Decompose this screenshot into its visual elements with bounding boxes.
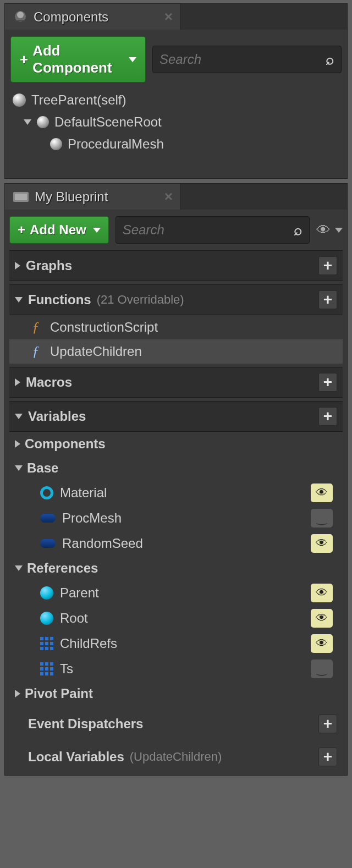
visibility-toggle[interactable]: ‿: [311, 660, 333, 678]
blueprint-search[interactable]: ⌕: [116, 216, 310, 244]
section-label: Macros: [26, 375, 72, 390]
add-event-dispatcher-button[interactable]: +: [318, 715, 337, 733]
components-panel: Components × + Add Component ⌕ TreeParen…: [4, 3, 348, 179]
section-label: Graphs: [26, 258, 72, 273]
add-function-button[interactable]: +: [318, 290, 337, 309]
add-graph-button[interactable]: +: [318, 256, 337, 275]
function-label: ConstructionScript: [50, 320, 158, 335]
eye-closed-icon: ‿: [317, 511, 327, 525]
expand-icon[interactable]: [15, 440, 20, 448]
expand-icon[interactable]: [15, 262, 20, 270]
eye-open-icon: 👁: [316, 586, 328, 600]
variable-root[interactable]: Root 👁: [9, 606, 343, 631]
category-components[interactable]: Components: [9, 432, 343, 456]
svg-point-1: [17, 12, 24, 18]
expand-icon[interactable]: [15, 565, 23, 571]
expand-icon[interactable]: [15, 690, 20, 697]
component-tree-procmesh[interactable]: ProceduralMesh: [10, 133, 342, 155]
variable-label: ProcMesh: [62, 510, 304, 526]
section-label: Functions: [28, 292, 91, 307]
actor-icon: [13, 94, 26, 107]
components-tab-title: Components: [34, 9, 108, 25]
close-icon[interactable]: ×: [164, 8, 173, 25]
expand-icon[interactable]: [15, 378, 20, 386]
visibility-toggle[interactable]: 👁: [311, 484, 333, 502]
add-new-button[interactable]: + Add New: [9, 216, 109, 244]
section-functions[interactable]: Functions (21 Overridable) +: [9, 284, 343, 315]
variable-label: Material: [60, 485, 304, 501]
component-label: DefaultSceneRoot: [54, 114, 162, 130]
eye-open-icon: 👁: [316, 486, 328, 500]
variable-parent[interactable]: Parent 👁: [9, 580, 343, 606]
myblueprint-tab[interactable]: My Blueprint ×: [5, 184, 181, 210]
variable-type-icon: [40, 637, 53, 650]
add-variable-button[interactable]: +: [318, 407, 337, 426]
variable-randomseed[interactable]: RandomSeed 👁: [9, 531, 343, 556]
function-constructionscript[interactable]: ƒ ConstructionScript: [9, 315, 343, 339]
add-component-button[interactable]: + Add Component: [10, 36, 146, 83]
eye-open-icon: 👁: [316, 536, 328, 551]
components-tab[interactable]: Components ×: [5, 4, 181, 30]
component-tree-root[interactable]: TreeParent(self): [10, 89, 342, 111]
visibility-toggle[interactable]: ‿: [311, 509, 333, 528]
category-label: Components: [25, 436, 106, 452]
variable-ts[interactable]: Ts ‿: [9, 656, 343, 682]
components-toolbar: + Add Component ⌕: [10, 36, 342, 83]
blueprint-search-input[interactable]: [123, 222, 294, 238]
eye-icon: 👁: [316, 222, 331, 239]
visibility-toggle[interactable]: 👁: [311, 534, 333, 553]
variable-procmesh[interactable]: ProcMesh ‿: [9, 506, 343, 531]
component-tree-scene-root[interactable]: DefaultSceneRoot: [10, 111, 342, 133]
function-updatechildren[interactable]: ƒ UpdateChildren: [9, 339, 343, 364]
category-references[interactable]: References: [9, 556, 343, 580]
eye-closed-icon: ‿: [317, 662, 327, 676]
variable-type-icon: [40, 514, 56, 523]
search-icon: ⌕: [326, 51, 334, 68]
plus-icon: +: [18, 222, 25, 238]
variable-label: ChildRefs: [60, 636, 304, 651]
expand-icon[interactable]: [15, 297, 23, 303]
variable-label: Parent: [60, 585, 304, 601]
visibility-toggle[interactable]: 👁: [311, 634, 333, 653]
components-body: + Add Component ⌕ TreeParent(self) Defau…: [5, 30, 347, 178]
chevron-down-icon: [129, 57, 136, 62]
chevron-down-icon: [335, 228, 343, 233]
visibility-toggle[interactable]: 👁: [311, 609, 333, 628]
add-component-label: Add Component: [32, 42, 122, 76]
category-label: Pivot Paint: [25, 686, 93, 701]
svg-rect-4: [15, 194, 27, 200]
category-base[interactable]: Base: [9, 456, 343, 480]
add-new-label: Add New: [30, 222, 86, 238]
expand-icon[interactable]: [15, 414, 23, 419]
component-label: TreeParent(self): [31, 92, 127, 108]
close-icon[interactable]: ×: [164, 188, 173, 205]
section-graphs[interactable]: Graphs +: [9, 250, 343, 281]
variable-material[interactable]: Material 👁: [9, 480, 343, 506]
function-icon: ƒ: [28, 319, 43, 336]
view-options-button[interactable]: 👁: [316, 222, 343, 239]
section-label: Local Variables: [28, 749, 124, 765]
expand-icon[interactable]: [15, 465, 23, 471]
visibility-toggle[interactable]: 👁: [311, 584, 333, 602]
components-search[interactable]: ⌕: [152, 46, 342, 73]
add-local-variable-button[interactable]: +: [318, 748, 337, 766]
section-macros[interactable]: Macros +: [9, 367, 343, 398]
variable-label: Root: [60, 611, 304, 626]
variable-type-icon: [40, 662, 53, 675]
variable-label: Ts: [60, 661, 304, 677]
category-pivot-paint[interactable]: Pivot Paint: [9, 682, 343, 706]
variable-label: RandomSeed: [62, 536, 304, 551]
section-local-variables[interactable]: Local Variables (UpdateChildren) +: [9, 742, 343, 772]
expand-icon[interactable]: [24, 119, 31, 125]
scene-component-icon: [37, 116, 49, 128]
search-icon: ⌕: [294, 222, 302, 239]
components-search-input[interactable]: [160, 52, 326, 67]
section-variables[interactable]: Variables +: [9, 401, 343, 432]
variable-type-icon: [40, 586, 53, 600]
add-macro-button[interactable]: +: [318, 373, 337, 392]
section-event-dispatchers[interactable]: Event Dispatchers +: [9, 709, 343, 739]
variable-childrefs[interactable]: ChildRefs 👁: [9, 631, 343, 656]
eye-open-icon: 👁: [316, 636, 328, 651]
category-label: Base: [27, 460, 58, 476]
tab-bar: Components ×: [5, 4, 347, 30]
